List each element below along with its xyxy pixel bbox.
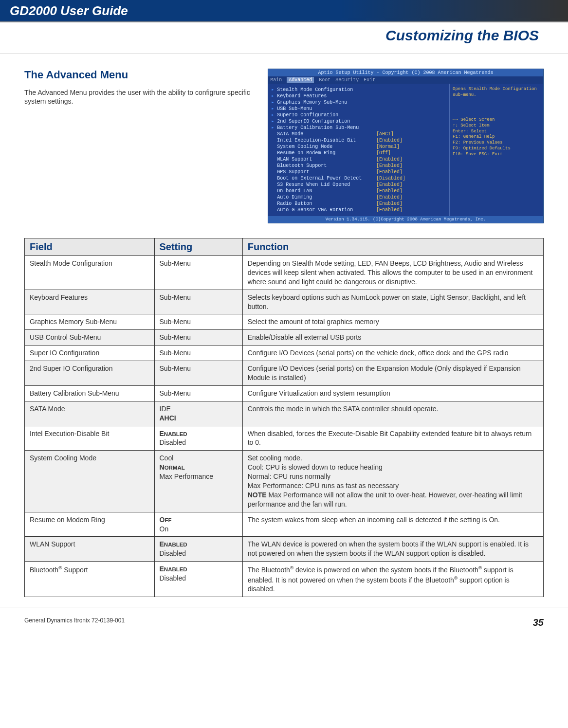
- setting-option: Sub-Menu: [160, 333, 238, 342]
- table-row: Intel Execution-Disable BitENABLEDDisabl…: [25, 426, 544, 451]
- bios-row-name: Auto Dimming: [271, 194, 376, 200]
- bios-help-key: F2: Previous Values: [453, 140, 540, 146]
- bios-row: Bluetooth Support[Enabled]: [271, 163, 446, 169]
- setting-option: On: [160, 525, 238, 534]
- bios-screenshot: Aptio Setup Utility - Copyright (C) 2008…: [268, 69, 544, 223]
- bios-row: Boot on External Power Detect[Disabled]: [271, 175, 446, 182]
- table-row: Resume on Modem RingOFFOnThe system wake…: [25, 512, 544, 537]
- bios-top-bar: Aptio Setup Utility - Copyright (C) 2008…: [268, 69, 543, 76]
- cell-setting: OFFOn: [154, 512, 242, 537]
- bios-bottom-bar: Version 1.34.115. (C)Copyright 2008 Amer…: [268, 216, 543, 223]
- bios-row-name: SuperIO Configuration: [271, 112, 376, 118]
- cell-setting: IDEAHCI: [154, 401, 242, 426]
- bios-menu-advanced: Advanced: [287, 77, 314, 83]
- setting-option: Sub-Menu: [160, 389, 238, 398]
- bios-row-value: [AHCI]: [376, 131, 446, 137]
- th-setting: Setting: [154, 238, 242, 256]
- bios-body-left: Stealth Mode ConfigurationKeyboard Featu…: [268, 84, 449, 216]
- bios-row-value: [376, 87, 446, 93]
- bios-row: Keyboard Features: [271, 93, 446, 99]
- bios-row-value: [Enabled]: [376, 182, 446, 188]
- cell-function: Select the amount of total graphics memo…: [242, 314, 543, 330]
- header-band: GD2000 User Guide: [0, 0, 568, 22]
- bios-help-key: ←→ Select Screen: [453, 117, 540, 123]
- bios-row-value: [Disabled]: [376, 175, 446, 182]
- bios-row: Auto G-Sensor VGA Rotation[Enabled]: [271, 207, 446, 213]
- bios-row: Resume on Modem Ring[Off]: [271, 150, 446, 156]
- setting-option: Disabled: [160, 574, 238, 583]
- cell-setting: Sub-Menu: [154, 314, 242, 330]
- bios-row: S3 Resume When Lid Opened[Enabled]: [271, 182, 446, 188]
- setting-option: ENABLED: [160, 429, 238, 438]
- bios-help-key: F1: General Help: [453, 134, 540, 140]
- bios-row-value: [376, 112, 446, 118]
- bios-help-key: F10: Save ESC: Exit: [453, 152, 540, 158]
- cell-field: Resume on Modem Ring: [25, 512, 155, 537]
- bios-row-value: [Enabled]: [376, 200, 446, 207]
- setting-option: Disabled: [160, 438, 238, 447]
- bios-row-value: [Enabled]: [376, 156, 446, 163]
- table-row: 2nd Super IO ConfigurationSub-MenuConfig…: [25, 361, 544, 386]
- bios-row-value: [Enabled]: [376, 137, 446, 144]
- cell-field: System Cooling Mode: [25, 451, 155, 512]
- setting-option: AHCI: [160, 414, 238, 423]
- cell-setting: Sub-Menu: [154, 330, 242, 346]
- page-content: The Advanced Menu The Advanced Menu prov…: [0, 54, 568, 607]
- cell-field: Intel Execution-Disable Bit: [25, 426, 155, 451]
- setting-option: Disabled: [160, 549, 238, 558]
- cell-setting: Sub-Menu: [154, 256, 242, 290]
- cell-field: SATA Mode: [25, 401, 155, 426]
- table-row: Graphics Memory Sub-MenuSub-MenuSelect t…: [25, 314, 544, 330]
- page-footer: General Dynamics Itronix 72-0139-001 35: [0, 607, 568, 638]
- cell-field: Super IO Configuration: [25, 346, 155, 361]
- bios-row-value: [Enabled]: [376, 163, 446, 169]
- table-row: Bluetooth® SupportENABLEDDisabledThe Blu…: [25, 562, 544, 597]
- cell-field: WLAN Support: [25, 537, 155, 562]
- bios-row-name: Auto G-Sensor VGA Rotation: [271, 207, 376, 213]
- setting-option: Sub-Menu: [160, 259, 238, 268]
- table-row: Battery Calibration Sub-MenuSub-MenuConf…: [25, 385, 544, 401]
- bios-row-value: [376, 93, 446, 99]
- bios-row-value: [376, 99, 446, 106]
- table-row: USB Control Sub-MenuSub-MenuEnable/Disab…: [25, 330, 544, 346]
- bios-menu-exit: Exit: [364, 77, 375, 83]
- advanced-menu-body: The Advanced Menu provides the user with…: [24, 88, 258, 106]
- bios-row-value: [376, 118, 446, 125]
- bios-row-name: Graphics Memory Sub-Menu: [271, 99, 376, 106]
- setting-option: IDE: [160, 404, 238, 414]
- bios-row: USB Sub-Menu: [271, 106, 446, 112]
- table-row: SATA ModeIDEAHCIControls the mode in whi…: [25, 401, 544, 426]
- bios-menu-boot: Boot: [319, 77, 330, 83]
- cell-function: Depending on Stealth Mode setting, LED, …: [242, 256, 543, 290]
- cell-setting: ENABLEDDisabled: [154, 562, 242, 597]
- setting-option: ENABLED: [160, 540, 238, 549]
- bios-row: GPS Support[Enabled]: [271, 169, 446, 175]
- bios-row-value: [Enabled]: [376, 169, 446, 175]
- setting-option: Sub-Menu: [160, 293, 238, 302]
- bios-row-name: Radio Button: [271, 200, 376, 207]
- setting-option: NORMAL: [160, 463, 238, 472]
- bios-help-key: F9: Optimized Defaults: [453, 146, 540, 152]
- bios-row-value: [Enabled]: [376, 188, 446, 194]
- table-row: Super IO ConfigurationSub-MenuConfigure …: [25, 346, 544, 361]
- cell-setting: ENABLEDDisabled: [154, 426, 242, 451]
- setting-option: ENABLED: [160, 564, 238, 574]
- bios-row-name: On-board LAN: [271, 188, 376, 194]
- bios-row-name: Stealth Mode Configuration: [271, 87, 376, 93]
- cell-setting: CoolNORMALMax Performance: [154, 451, 242, 512]
- bios-row-name: GPS Support: [271, 169, 376, 175]
- th-function: Function: [242, 238, 543, 256]
- guide-title: GD2000 User Guide: [10, 3, 128, 18]
- bios-body-right: Opens Stealth Mode Configuration sub-men…: [449, 84, 543, 216]
- table-row: Keyboard FeaturesSub-MenuSelects keyboar…: [25, 290, 544, 314]
- bios-row: Intel Execution-Disable Bit[Enabled]: [271, 137, 446, 144]
- bios-row-value: [376, 125, 446, 131]
- th-field: Field: [25, 238, 155, 256]
- bios-row-value: [Enabled]: [376, 194, 446, 200]
- bios-row: WLAN Support[Enabled]: [271, 156, 446, 163]
- cell-setting: Sub-Menu: [154, 385, 242, 401]
- cell-field: Bluetooth® Support: [25, 562, 155, 597]
- bios-row: On-board LAN[Enabled]: [271, 188, 446, 194]
- cell-function: Selects keyboard options such as NumLock…: [242, 290, 543, 314]
- bios-row-name: Battery Calibration Sub-Menu: [271, 125, 376, 131]
